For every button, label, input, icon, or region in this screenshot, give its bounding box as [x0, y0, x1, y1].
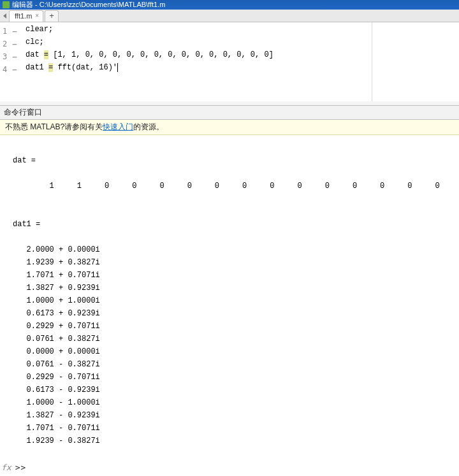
app-icon [3, 1, 10, 8]
editor-pane[interactable]: 1− 2− 3− 4− clear; clc; dat = [1, 1, 0, … [0, 22, 459, 105]
fx-icon[interactable]: fx [1, 463, 11, 472]
line-number: 3 [3, 52, 7, 61]
fold-dash-icon: − [12, 66, 17, 74]
prompt-symbol: >> [15, 463, 27, 472]
line-number: 1 [3, 27, 7, 36]
fold-dash-icon: − [12, 53, 17, 61]
editor-gutter: 1− 2− 3− 4− [0, 22, 26, 101]
fold-dash-icon: − [12, 40, 17, 48]
window-title: 编辑器 - C:\Users\zzc\Documents\MATLAB\fft1… [12, 0, 165, 10]
command-prompt-row[interactable]: fx >> [0, 461, 459, 476]
plus-icon: + [49, 11, 54, 20]
quickstart-link[interactable]: 快速入门 [103, 122, 133, 131]
editor-code-area[interactable]: clear; clc; dat = [1, 1, 0, 0, 0, 0, 0, … [26, 22, 459, 101]
editor-tabbar: fft1.m × + [0, 10, 459, 22]
code-line: clc; [26, 38, 459, 50]
tab-label: fft1.m [15, 12, 32, 20]
code-line: dat = [1, 1, 0, 0, 0, 0, 0, 0, 0, 0, 0, … [26, 50, 459, 63]
info-suffix: 的资源。 [133, 122, 164, 131]
text-cursor [117, 63, 118, 72]
fold-dash-icon: − [12, 27, 17, 36]
code-line: dat1 = fft(dat, 16)' [26, 63, 459, 76]
close-icon[interactable]: × [35, 12, 39, 19]
tab-fft1[interactable]: fft1.m × [9, 10, 43, 22]
command-output[interactable]: dat = 1 1 0 0 0 0 0 0 0 0 0 0 0 0 0 0 da… [0, 135, 459, 461]
line-number: 4 [3, 65, 7, 74]
line-number: 2 [3, 40, 7, 48]
tab-add-button[interactable]: + [45, 10, 59, 22]
info-prefix: 不熟悉 MATLAB?请参阅有关 [5, 122, 103, 131]
editor-margin-line [372, 22, 372, 101]
command-window-title: 命令行窗口 [4, 108, 42, 117]
code-line: clear; [26, 25, 459, 38]
command-window-header: 命令行窗口 [0, 105, 459, 120]
window-titlebar: 编辑器 - C:\Users\zzc\Documents\MATLAB\fft1… [0, 0, 459, 10]
info-bar: 不熟悉 MATLAB?请参阅有关快速入门的资源。 [0, 120, 459, 135]
